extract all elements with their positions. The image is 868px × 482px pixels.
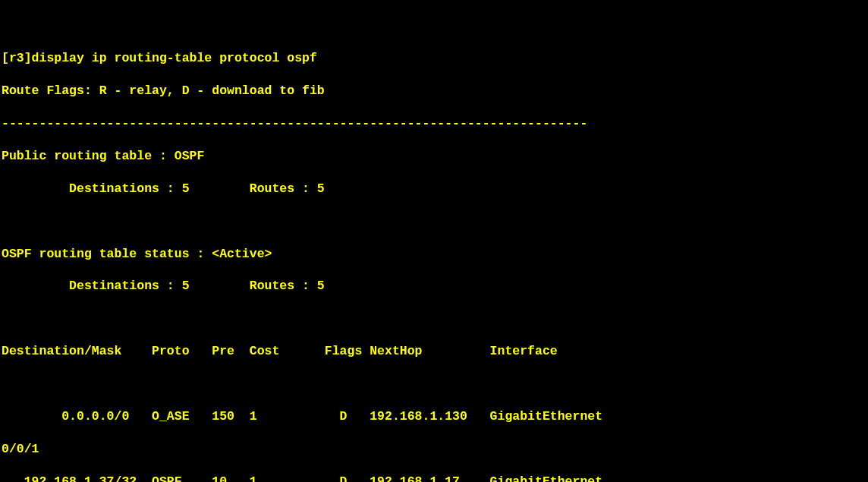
route-flags-line: Route Flags: R - relay, D - download to … xyxy=(2,83,866,99)
table-row: 192.168.1.37/32 OSPF 10 1 D 192.168.1.17… xyxy=(2,474,866,482)
blank-line xyxy=(2,310,866,326)
public-routing-line: Public routing table : OSPF xyxy=(2,148,866,164)
table-row-wrap: 0/0/1 xyxy=(2,441,866,457)
table-row: 0.0.0.0/0 O_ASE 150 1 D 192.168.1.130 Gi… xyxy=(2,408,866,424)
active-status-line: OSPF routing table status : <Active> xyxy=(2,246,866,262)
public-dest-line: Destinations : 5 Routes : 5 xyxy=(2,181,866,197)
blank-line xyxy=(2,376,866,392)
blank-line xyxy=(2,213,866,229)
headers-line: Destination/Mask Proto Pre Cost Flags Ne… xyxy=(2,343,866,359)
terminal-output: [r3]display ip routing-table protocol os… xyxy=(2,50,866,66)
command-text: display ip routing-table protocol ospf xyxy=(32,51,317,65)
separator-line: ----------------------------------------… xyxy=(2,115,866,131)
prompt: [r3] xyxy=(2,51,32,65)
active-dest-line: Destinations : 5 Routes : 5 xyxy=(2,278,866,294)
